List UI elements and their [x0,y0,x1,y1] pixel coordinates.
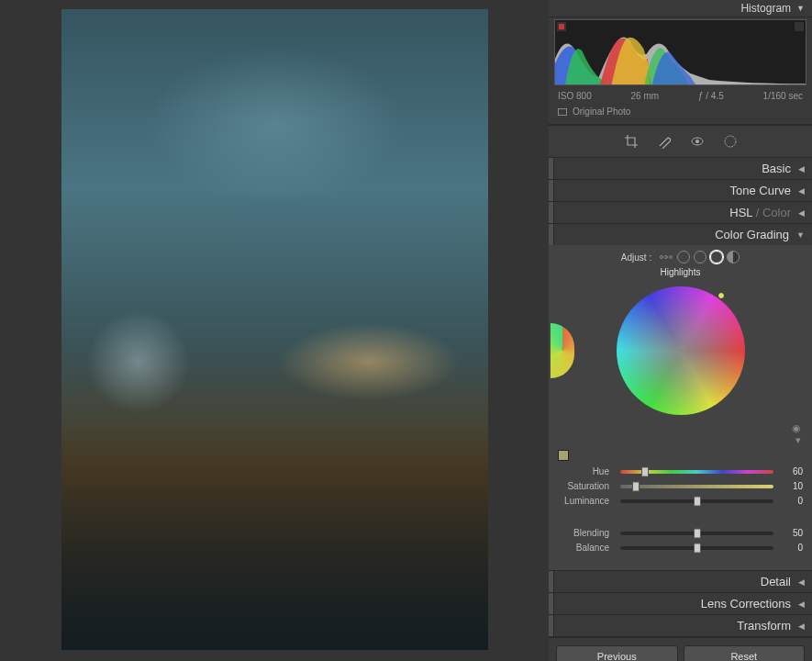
blending-value[interactable]: 50 [779,528,803,538]
tone-curve-header[interactable]: Tone Curve ◀ [549,180,812,201]
active-mode-label: Highlights [558,267,803,277]
svg-point-1 [695,140,699,143]
blending-label: Blending [558,528,615,538]
balance-slider[interactable] [620,546,773,550]
wheel-actions-2: ▾ [558,434,803,446]
redeye-tool-icon[interactable] [689,133,706,150]
basic-header[interactable]: Basic ◀ [549,158,812,179]
color-grading-title: Color Grading [715,228,789,241]
color-grading-header[interactable]: Color Grading ▼ [549,224,812,245]
histogram-svg [555,20,806,85]
chevron-left-icon: ◀ [798,208,805,218]
develop-panel: Histogram ▼ ISO 800 26 mm ƒ / 4.5 1/160 … [549,0,812,661]
luminance-value[interactable]: 0 [779,496,803,506]
balance-thumb[interactable] [694,543,701,553]
transform-header[interactable]: Transform ◀ [549,615,812,636]
wheel-center-icon [676,346,685,355]
wheel-marker[interactable] [717,292,725,299]
luminance-label: Luminance [558,496,615,506]
exif-row: ISO 800 26 mm ƒ / 4.5 1/160 sec [554,85,806,103]
detail-section: Detail ◀ [549,571,812,593]
adjust-mode-row: Adjust : [558,251,803,263]
visibility-eye-icon[interactable]: ◉ [792,422,801,434]
chevron-left-icon: ◀ [798,577,805,587]
luminance-slider-row: Luminance 0 [558,496,803,506]
highlights-color-wheel[interactable] [617,286,745,415]
hue-slider[interactable] [620,470,773,474]
photo-preview[interactable] [61,9,488,650]
chevron-left-icon: ◀ [798,599,805,609]
highlights-mode-icon[interactable] [710,251,723,263]
shadows-mode-icon[interactable] [677,251,690,263]
hsl-section: HSL / Color ◀ [549,202,812,224]
aperture-value: ƒ / 4.5 [698,91,724,101]
tone-curve-title: Tone Curve [730,184,791,197]
hue-value[interactable]: 60 [779,466,803,476]
histogram-title: Histogram [740,2,791,15]
saturation-slider-row: Saturation 10 [558,481,803,491]
saturation-thumb[interactable] [632,481,640,491]
global-mode-icon[interactable] [727,251,740,263]
basic-title: Basic [762,162,791,175]
original-photo-row[interactable]: Original Photo [554,103,806,120]
blending-thumb[interactable] [694,528,701,538]
tool-strip [549,125,812,158]
basic-section: Basic ◀ [549,158,812,180]
original-photo-icon [558,108,567,116]
disclosure-icon[interactable]: ▾ [795,434,801,446]
healing-brush-icon[interactable] [656,133,673,150]
hsl-header[interactable]: HSL / Color ◀ [549,202,812,223]
saturation-slider[interactable] [620,485,773,488]
chevron-left-icon: ◀ [798,622,805,631]
original-photo-label: Original Photo [573,106,630,117]
hue-label: Hue [558,466,615,476]
current-color-swatch[interactable] [558,450,569,461]
color-wheel-container [558,286,803,415]
chevron-left-icon: ◀ [798,164,805,174]
transform-section: Transform ◀ [549,615,812,637]
chevron-down-icon: ▼ [796,230,805,240]
hue-slider-row: Hue 60 [558,466,803,476]
crop-tool-icon[interactable] [623,133,640,150]
balance-value[interactable]: 0 [779,543,803,553]
histogram-graph[interactable] [554,19,806,85]
midtones-mode-icon[interactable] [694,251,706,263]
luminance-slider[interactable] [620,499,773,503]
saturation-value[interactable]: 10 [779,481,803,491]
tone-curve-section: Tone Curve ◀ [549,180,812,202]
focal-length-value: 26 mm [631,91,660,101]
swatch-row [558,450,803,461]
histogram-panel: ISO 800 26 mm ƒ / 4.5 1/160 sec Original… [549,17,812,125]
histogram-header[interactable]: Histogram ▼ [549,0,812,17]
detail-header[interactable]: Detail ◀ [549,571,812,592]
shutter-value: 1/160 sec [763,91,803,101]
detail-title: Detail [761,575,791,588]
iso-value: ISO 800 [558,91,592,101]
wheel-actions: ◉ [558,422,803,434]
balance-slider-row: Balance 0 [558,543,803,553]
luminance-thumb[interactable] [694,496,701,506]
color-grading-section: Color Grading ▼ Adjust : Highlights [549,224,812,571]
previous-button[interactable]: Previous [556,645,678,661]
masking-tool-icon[interactable] [722,133,739,150]
prev-wheel-peek[interactable] [551,323,574,378]
three-way-mode-icon[interactable] [659,251,673,263]
bottom-button-row: Previous Reset [549,637,812,661]
color-grading-body: Adjust : Highlights ◉ [549,245,812,570]
blending-slider[interactable] [620,532,773,535]
chevron-left-icon: ◀ [798,186,805,196]
lens-corrections-header[interactable]: Lens Corrections ◀ [549,593,812,614]
lens-corrections-section: Lens Corrections ◀ [549,593,812,615]
svg-point-2 [725,136,736,147]
chevron-down-icon: ▼ [796,4,805,13]
blending-slider-row: Blending 50 [558,528,803,538]
adjust-label: Adjust : [621,252,651,263]
preview-area [0,0,549,661]
hsl-title: HSL / Color [729,206,791,219]
lens-corrections-title: Lens Corrections [701,597,791,611]
hue-thumb[interactable] [641,466,649,476]
reset-button[interactable]: Reset [684,645,806,661]
balance-label: Balance [558,543,615,553]
transform-title: Transform [737,619,791,633]
adjust-mode-icons [659,251,740,263]
